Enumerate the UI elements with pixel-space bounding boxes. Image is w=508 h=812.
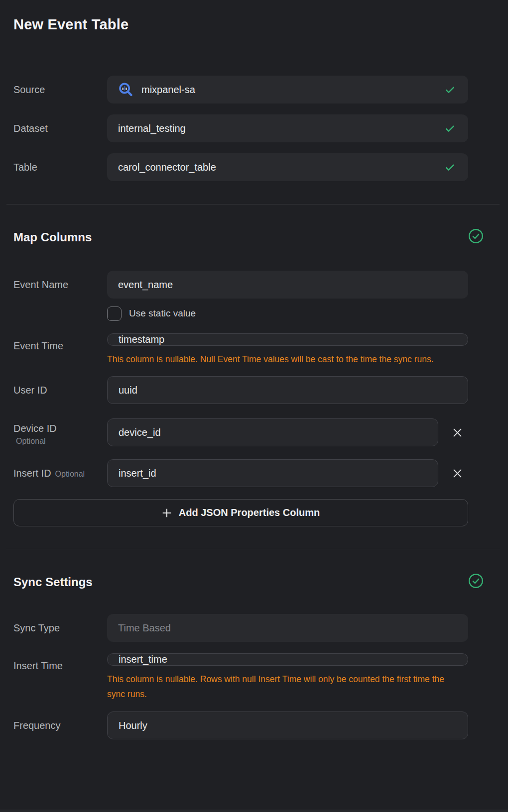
- use-static-value-checkbox[interactable]: [107, 306, 122, 321]
- close-icon: [452, 468, 463, 479]
- section-complete-icon: [468, 573, 484, 591]
- insert-id-input[interactable]: insert_id: [107, 459, 438, 487]
- table-label: Table: [13, 162, 107, 173]
- table-row: Table carol_connector_table: [13, 153, 484, 181]
- insert-time-value: insert_time: [119, 654, 167, 665]
- frequency-select[interactable]: Hourly: [107, 711, 468, 739]
- event-time-warning: This column is nullable. Null Event Time…: [107, 352, 456, 367]
- device-id-row: Device ID Optional device_id: [13, 418, 484, 446]
- bottom-edge-strip: [0, 810, 508, 812]
- device-id-label: Device ID: [13, 423, 107, 434]
- frequency-row: Frequency Hourly: [13, 711, 484, 739]
- device-id-label-group: Device ID Optional: [13, 418, 107, 446]
- insert-id-clear-button[interactable]: [446, 462, 468, 484]
- event-time-label: Event Time: [13, 333, 107, 352]
- insert-id-row: Insert ID Optional insert_id: [13, 459, 484, 487]
- map-columns-header: Map Columns: [13, 228, 484, 246]
- user-id-value: uuid: [119, 385, 137, 396]
- dataset-select[interactable]: internal_testing: [107, 114, 468, 142]
- table-select[interactable]: carol_connector_table: [107, 153, 468, 181]
- insert-id-value: insert_id: [119, 468, 156, 479]
- section-divider: [6, 204, 500, 204]
- source-row: Source mixpanel-sa: [13, 76, 484, 103]
- user-id-input[interactable]: uuid: [107, 376, 468, 404]
- valid-check-icon: [444, 84, 456, 96]
- insert-time-input[interactable]: insert_time: [107, 653, 468, 666]
- close-icon: [452, 427, 463, 438]
- add-json-properties-label: Add JSON Properties Column: [179, 507, 320, 518]
- source-select[interactable]: mixpanel-sa: [107, 76, 468, 103]
- valid-check-icon: [444, 122, 456, 135]
- user-id-row: User ID uuid: [13, 376, 484, 404]
- event-name-value: event_name: [118, 279, 173, 291]
- insert-id-label: Insert ID: [13, 468, 51, 479]
- device-id-clear-button[interactable]: [446, 421, 468, 443]
- dataset-label: Dataset: [13, 123, 107, 134]
- insert-time-warning: This column is nullable. Rows with null …: [107, 672, 456, 702]
- dataset-row: Dataset internal_testing: [13, 114, 484, 142]
- valid-check-icon: [444, 161, 456, 174]
- frequency-label: Frequency: [13, 720, 107, 731]
- page-title: New Event Table: [13, 17, 484, 32]
- event-name-label: Event Name: [13, 279, 107, 291]
- add-json-properties-button[interactable]: Add JSON Properties Column: [13, 499, 468, 526]
- device-id-value: device_id: [119, 427, 161, 438]
- use-static-value-label: Use static value: [129, 308, 196, 319]
- map-columns-heading: Map Columns: [13, 229, 92, 245]
- sync-type-value: Time Based: [118, 622, 171, 634]
- dataset-value: internal_testing: [118, 123, 186, 134]
- sync-type-label: Sync Type: [13, 622, 107, 634]
- sync-settings-heading: Sync Settings: [13, 574, 93, 590]
- insert-id-label-group: Insert ID Optional: [13, 468, 107, 479]
- device-id-optional-label: Optional: [13, 437, 107, 446]
- insert-time-row: Insert Time insert_time This column is n…: [13, 653, 484, 702]
- insert-time-label: Insert Time: [13, 653, 107, 672]
- event-time-value: timestamp: [119, 334, 164, 345]
- section-divider: [6, 549, 500, 549]
- frequency-value: Hourly: [119, 720, 147, 731]
- user-id-label: User ID: [13, 385, 107, 396]
- use-static-value-row: Use static value: [107, 306, 484, 321]
- event-time-input[interactable]: timestamp: [107, 333, 468, 346]
- event-name-select[interactable]: event_name: [107, 271, 468, 299]
- section-complete-icon: [468, 228, 484, 246]
- source-value: mixpanel-sa: [141, 84, 195, 96]
- sync-type-select: Time Based: [107, 614, 468, 642]
- mixpanel-logo-icon: [118, 82, 133, 98]
- sync-settings-header: Sync Settings: [13, 573, 484, 591]
- device-id-input[interactable]: device_id: [107, 418, 438, 446]
- source-label: Source: [13, 84, 107, 96]
- table-value: carol_connector_table: [118, 162, 216, 173]
- insert-id-optional-label: Optional: [55, 470, 85, 479]
- sync-type-row: Sync Type Time Based: [13, 614, 484, 642]
- plus-icon: [162, 508, 172, 518]
- event-name-row: Event Name event_name: [13, 271, 484, 299]
- event-time-row: Event Time timestamp This column is null…: [13, 333, 484, 367]
